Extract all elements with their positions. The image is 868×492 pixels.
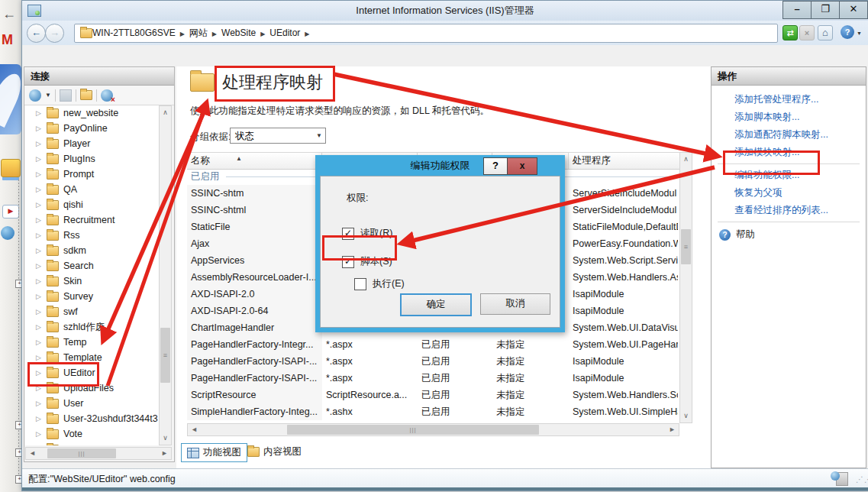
action-link[interactable]: 恢复为父项	[734, 186, 866, 199]
action-link[interactable]: 添加脚本映射...	[734, 111, 866, 124]
maximize-button[interactable]: ❐	[811, 1, 840, 19]
expander-icon[interactable]: ▷	[36, 201, 47, 209]
help-icon[interactable]: ?	[841, 25, 854, 39]
expander-icon[interactable]: ▷	[36, 216, 47, 224]
tree-item-plugins[interactable]: ▷PlugIns	[25, 151, 159, 167]
expander-icon[interactable]: ▷	[36, 125, 47, 132]
expander-icon[interactable]: ▷	[36, 354, 47, 361]
table-row[interactable]: PageHandlerFactory-ISAPI-...*.aspx已启用未指定…	[187, 353, 679, 370]
tree-item-user-32ushduf3t344t3[interactable]: ▷User-32ushduf3t344t3	[25, 411, 159, 426]
expander-icon[interactable]: ▷	[36, 231, 47, 239]
up-folder-icon[interactable]	[80, 90, 92, 100]
expander-icon[interactable]: ▷	[36, 277, 47, 285]
expander-icon[interactable]: ▷	[36, 323, 47, 331]
help-link[interactable]: ?帮助	[719, 228, 866, 241]
checkbox-unchecked[interactable]	[354, 278, 366, 290]
action-link-edit-permissions[interactable]: 编辑功能权限...	[734, 169, 866, 182]
tree-item-sdkm[interactable]: ▷sdkm	[25, 243, 159, 258]
scroll-up-icon[interactable]: ∧	[680, 153, 692, 166]
breadcrumb-segment[interactable]: WIN-2TTL80G6SVE	[92, 28, 176, 38]
table-row[interactable]: SimpleHandlerFactory-Integ...*.ashx已启用未指…	[187, 403, 679, 420]
close-button[interactable]: ✕	[839, 1, 868, 19]
forward-button[interactable]: →	[45, 24, 64, 43]
tab-feature-view[interactable]: 功能视图	[181, 443, 247, 462]
address-breadcrumb-bar[interactable]: WIN-2TTL80G6SVE▶网站▶WebSite▶UEditor▶	[74, 24, 778, 43]
tree-item-qishi[interactable]: ▷qishi	[25, 197, 159, 212]
scroll-down-icon[interactable]: ∨	[160, 432, 171, 445]
ok-button[interactable]: 确定	[400, 293, 472, 316]
tree-item-prompt[interactable]: ▷Prompt	[25, 167, 159, 182]
checkbox-row-read[interactable]: ✓读取(R)	[342, 227, 392, 240]
cancel-button[interactable]: 取消	[480, 293, 550, 315]
home-icon[interactable]: ⌂	[818, 25, 833, 40]
expander-icon[interactable]: ▷	[36, 400, 47, 407]
action-link[interactable]: 添加模块映射...	[734, 146, 866, 159]
expander-icon[interactable]: ▷	[36, 109, 47, 117]
tree-vertical-scrollbar[interactable]: ∧ ≡ ∨	[159, 105, 172, 445]
tree-item-uploadfiles[interactable]: ▷UploadFiles	[25, 380, 159, 396]
expander-icon[interactable]: ▷	[36, 262, 47, 270]
tree-item-qa[interactable]: ▷QA	[25, 182, 159, 197]
expander-icon[interactable]: ▷	[36, 155, 47, 163]
action-link[interactable]: 查看经过排序的列表...	[734, 204, 866, 217]
table-vertical-scrollbar[interactable]: ∧ ≡ ∨	[679, 152, 692, 423]
breadcrumb-segment[interactable]: UEditor	[269, 28, 300, 38]
scroll-grip[interactable]: ≡	[681, 229, 691, 264]
scroll-grip[interactable]: |||	[47, 448, 116, 458]
tab-content-view[interactable]: 内容视图	[242, 443, 307, 461]
expander-icon[interactable]: ▷	[36, 384, 47, 392]
tree-item-skin[interactable]: ▷Skin	[25, 274, 159, 289]
tree-item-szhld作废[interactable]: ▷szhld作废	[25, 319, 159, 335]
tree-item-template[interactable]: ▷Template	[25, 350, 159, 365]
tree-item-rss[interactable]: ▷Rss	[25, 228, 159, 243]
help-dropdown-arrow[interactable]: ▼	[857, 31, 862, 36]
minimize-button[interactable]: –	[782, 1, 812, 19]
checkbox-row-execute[interactable]: 执行(E)	[354, 277, 405, 290]
refresh-icon[interactable]: ⇄	[782, 25, 798, 40]
tree-item-player[interactable]: ▷Player	[25, 136, 159, 151]
resize-grip[interactable]: ⋰⋰	[856, 475, 865, 484]
group-by-combobox[interactable]: 状态 ▼	[230, 128, 326, 144]
expander-icon[interactable]: ▷	[36, 415, 47, 422]
combo-dropdown-icon[interactable]: ▼	[316, 128, 322, 144]
expander-icon[interactable]: ▷	[36, 140, 47, 147]
table-row[interactable]: PageHandlerFactory-ISAPI-...*.aspx已启用未指定…	[187, 370, 679, 387]
tree-horizontal-scrollbar[interactable]: ◄ ||| ►	[25, 447, 172, 460]
expander-icon[interactable]: ▷	[36, 170, 47, 178]
tree-item-user[interactable]: ▷User	[25, 396, 159, 411]
breadcrumb-segment[interactable]: 网站	[189, 28, 208, 38]
scroll-up-icon[interactable]: ∧	[160, 106, 171, 119]
create-connection-icon[interactable]	[29, 89, 41, 102]
column-header-handler[interactable]: 处理程序	[569, 153, 678, 169]
tree-item-vote[interactable]: ▷Vote	[25, 426, 159, 442]
back-button[interactable]: ←	[27, 24, 46, 43]
tree-item-new_website[interactable]: ▷new_website	[25, 105, 159, 121]
scroll-left-icon[interactable]: ◄	[26, 448, 39, 459]
column-header-name[interactable]: 名称 ▲	[187, 153, 322, 169]
scroll-left-icon[interactable]: ◄	[188, 424, 201, 435]
tree-item-survey[interactable]: ▷Survey	[25, 289, 159, 304]
table-horizontal-scrollbar[interactable]: ◄ ||| ►	[187, 423, 679, 436]
expander-icon[interactable]: ▷	[36, 430, 47, 438]
delete-connection-icon[interactable]: ×	[101, 89, 113, 102]
checkbox-row-script[interactable]: ✓脚本(S)	[342, 255, 392, 268]
checkbox-checked[interactable]: ✓	[342, 256, 354, 268]
expander-icon[interactable]: ▷	[36, 308, 47, 316]
action-link[interactable]: 添加通配符脚本映射...	[734, 128, 866, 141]
table-row[interactable]: ScriptResourceScriptResource.a...已启用未指定S…	[187, 387, 679, 403]
tree-item-temp[interactable]: ▷Temp	[25, 335, 159, 350]
table-row[interactable]: PageHandlerFactory-Integr...*.aspx已启用未指定…	[187, 336, 679, 353]
tree-item-swf[interactable]: ▷swf	[25, 304, 159, 319]
create-connection-dropdown[interactable]: ▼	[45, 92, 51, 99]
expander-icon[interactable]: ▷	[36, 247, 47, 254]
tree-item-recruitment[interactable]: ▷Recruitment	[25, 212, 159, 228]
checkbox-checked[interactable]: ✓	[342, 228, 354, 240]
scroll-down-icon[interactable]: ∨	[680, 409, 692, 422]
expander-icon[interactable]: ▷	[36, 369, 47, 377]
tree-item-vote213213[interactable]: ▷Vote213213	[25, 442, 159, 445]
breadcrumb-segment[interactable]: WebSite	[221, 28, 256, 38]
tree-item-payonline[interactable]: ▷PayOnline	[25, 121, 159, 136]
tree-item-ueditor[interactable]: ▷UEditor	[25, 365, 159, 380]
action-link[interactable]: 添加托管处理程序...	[734, 93, 866, 106]
scroll-grip[interactable]: ≡	[160, 328, 170, 383]
